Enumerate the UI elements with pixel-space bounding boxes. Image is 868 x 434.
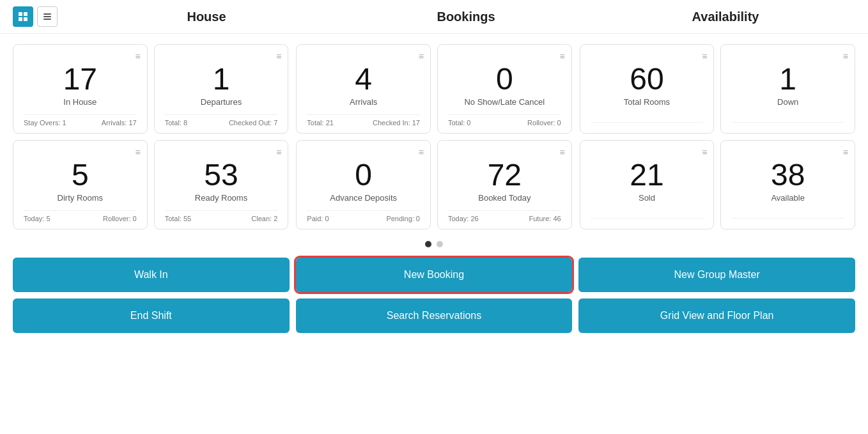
walk-in-button[interactable]: Walk In: [13, 258, 290, 292]
ready-rooms-number: 53: [165, 160, 278, 190]
filter-icon[interactable]: ≡: [702, 51, 707, 61]
in-house-footer: Stay Overs: 1 Arrivals: 17: [24, 114, 137, 127]
booked-today-footer: Today: 26 Future: 46: [448, 210, 561, 222]
svg-rect-6: [43, 19, 51, 20]
sold-card: ≡ 21 Sold: [580, 140, 715, 229]
svg-rect-1: [24, 12, 27, 16]
total-rooms-label: Total Rooms: [591, 97, 704, 107]
filter-icon[interactable]: ≡: [135, 147, 140, 157]
available-label: Available: [731, 193, 844, 203]
stats-section: ≡ 17 In House Stay Overs: 1 Arrivals: 17…: [0, 34, 868, 235]
svg-rect-4: [43, 13, 51, 15]
future-label: Future: 46: [529, 215, 561, 222]
filter-icon[interactable]: ≡: [843, 147, 848, 157]
pending-label: Pending: 0: [386, 215, 420, 222]
no-show-card: ≡ 0 No Show/Late Cancel Total: 0 Rollove…: [437, 44, 572, 134]
search-reservations-button[interactable]: Search Reservations: [296, 298, 573, 333]
filter-icon[interactable]: ≡: [843, 51, 848, 61]
down-number: 1: [731, 64, 844, 95]
header-icon-group: [13, 6, 58, 27]
end-shift-button[interactable]: End Shift: [13, 298, 290, 333]
in-house-card: ≡ 17 In House Stay Overs: 1 Arrivals: 17: [13, 44, 148, 134]
departures-footer: Total: 8 Checked Out: 7: [165, 114, 278, 127]
filter-icon[interactable]: ≡: [559, 147, 564, 157]
total-label: Total: 55: [165, 215, 192, 222]
new-group-master-button[interactable]: New Group Master: [578, 258, 855, 292]
departures-card: ≡ 1 Departures Total: 8 Checked Out: 7: [154, 44, 289, 134]
departures-number: 1: [165, 64, 278, 95]
availability-title: Availability: [596, 10, 855, 24]
dot-1[interactable]: [425, 241, 431, 247]
no-show-footer: Total: 0 Rollover: 0: [448, 114, 561, 127]
down-footer: [731, 122, 844, 127]
arrivals-number: 4: [307, 64, 420, 95]
sold-footer: [591, 218, 704, 222]
today-label: Today: 26: [448, 215, 479, 222]
dirty-rooms-footer: Today: 5 Rollover: 0: [24, 210, 137, 222]
clean-label: Clean: 2: [251, 215, 277, 222]
ready-rooms-card: ≡ 53 Ready Rooms Total: 55 Clean: 2: [154, 140, 289, 229]
ready-rooms-label: Ready Rooms: [165, 193, 278, 203]
down-card: ≡ 1 Down: [720, 44, 855, 134]
sold-number: 21: [591, 160, 704, 190]
no-show-number: 0: [448, 64, 561, 95]
header-columns: House Bookings Availability: [77, 10, 855, 24]
grid-view-icon[interactable]: [13, 6, 33, 27]
total-label: Total: 21: [307, 119, 334, 127]
house-stats-group: ≡ 17 In House Stay Overs: 1 Arrivals: 17…: [13, 44, 292, 229]
sold-label: Sold: [591, 193, 704, 203]
svg-rect-2: [19, 17, 22, 21]
advance-deposits-label: Advance Deposits: [307, 193, 420, 203]
total-label: Total: 8: [165, 119, 187, 127]
new-booking-button[interactable]: New Booking: [296, 258, 573, 292]
svg-rect-3: [24, 17, 27, 21]
list-view-icon[interactable]: [37, 6, 58, 27]
arrivals-card: ≡ 4 Arrivals Total: 21 Checked In: 17: [296, 44, 431, 134]
svg-rect-0: [19, 12, 22, 16]
dirty-rooms-number: 5: [24, 160, 137, 190]
house-title: House: [77, 10, 336, 24]
filter-icon[interactable]: ≡: [135, 51, 140, 61]
available-footer: [731, 218, 844, 222]
checked-in-label: Checked In: 17: [373, 119, 420, 127]
rollover-label: Rollover: 0: [103, 215, 137, 222]
down-label: Down: [731, 97, 844, 107]
filter-icon[interactable]: ≡: [702, 147, 707, 157]
checked-out-label: Checked Out: 7: [229, 119, 277, 127]
total-rooms-number: 60: [591, 64, 704, 95]
today-label: Today: 5: [24, 215, 50, 222]
in-house-label: In House: [24, 97, 137, 107]
stay-overs-label: Stay Overs: 1: [24, 119, 66, 127]
header: House Bookings Availability: [0, 0, 868, 34]
filter-icon[interactable]: ≡: [559, 51, 564, 61]
ready-rooms-footer: Total: 55 Clean: 2: [165, 210, 278, 222]
booked-today-number: 72: [448, 160, 561, 190]
rollover-label: Rollover: 0: [527, 119, 561, 127]
availability-stats-group: ≡ 60 Total Rooms ≡ 1 Down ≡ 21 Sold ≡ 38…: [576, 44, 855, 229]
grid-view-floor-plan-button[interactable]: Grid View and Floor Plan: [578, 298, 855, 333]
pagination-dots: [0, 241, 868, 247]
advance-deposits-footer: Paid: 0 Pending: 0: [307, 210, 420, 222]
booked-today-label: Booked Today: [448, 193, 561, 203]
filter-icon[interactable]: ≡: [419, 51, 424, 61]
filter-icon[interactable]: ≡: [276, 147, 281, 157]
advance-deposits-number: 0: [307, 160, 420, 190]
arrivals-label: Arrivals: 17: [102, 119, 137, 127]
available-card: ≡ 38 Available: [720, 140, 855, 229]
svg-rect-5: [43, 16, 51, 17]
dirty-rooms-card: ≡ 5 Dirty Rooms Today: 5 Rollover: 0: [13, 140, 148, 229]
arrivals-label: Arrivals: [307, 97, 420, 107]
paid-label: Paid: 0: [307, 215, 329, 222]
bookings-title: Bookings: [336, 10, 596, 24]
total-rooms-card: ≡ 60 Total Rooms: [580, 44, 715, 134]
dirty-rooms-label: Dirty Rooms: [24, 193, 137, 203]
filter-icon[interactable]: ≡: [419, 147, 424, 157]
total-label: Total: 0: [448, 119, 470, 127]
in-house-number: 17: [24, 64, 137, 95]
advance-deposits-card: ≡ 0 Advance Deposits Paid: 0 Pending: 0: [296, 140, 431, 229]
booked-today-card: ≡ 72 Booked Today Today: 26 Future: 46: [437, 140, 572, 229]
filter-icon[interactable]: ≡: [276, 51, 281, 61]
dot-2[interactable]: [437, 241, 443, 247]
available-number: 38: [731, 160, 844, 190]
actions-section: Walk In New Booking New Group Master End…: [0, 258, 868, 333]
